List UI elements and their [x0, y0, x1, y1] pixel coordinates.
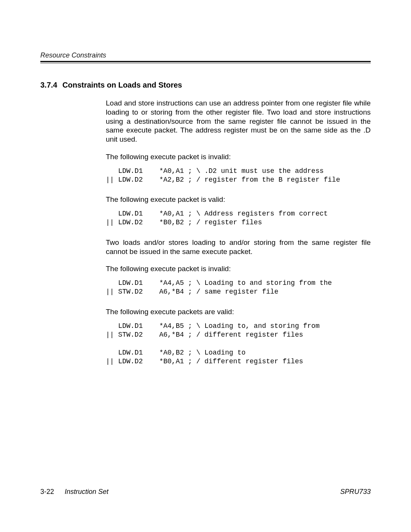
paragraph: Load and store instructions can use an a… — [106, 99, 371, 144]
code-block: LDW.D1 *A4,B5 ; \ Loading to, and storin… — [106, 322, 371, 366]
section-heading: 3.7.4Constraints on Loads and Stores — [40, 81, 371, 89]
code-block: LDW.D1 *A0,A1 ; \ .D2 unit must use the … — [106, 167, 371, 185]
paragraph: The following execute packets are valid: — [106, 307, 371, 316]
running-header: Resource Constraints — [40, 51, 371, 59]
section-number: 3.7.4 — [40, 81, 62, 89]
header-rule-thin — [40, 63, 371, 63]
page-number: 3-22 — [40, 488, 54, 496]
paragraph: The following execute packet is invalid: — [106, 264, 371, 273]
code-block: LDW.D1 *A0,A1 ; \ Address registers from… — [106, 209, 371, 227]
code-block: LDW.D1 *A4,A5 ; \ Loading to and storing… — [106, 279, 371, 297]
header-rule-thick — [40, 61, 371, 62]
footer-left: 3-22 Instruction Set — [40, 488, 108, 496]
section-title: Constraints on Loads and Stores — [62, 81, 182, 89]
body-block: Load and store instructions can use an a… — [106, 99, 371, 366]
page-footer: 3-22 Instruction Set SPRU733 — [40, 488, 371, 496]
chapter-title: Instruction Set — [65, 488, 108, 496]
paragraph: Two loads and/or stores loading to and/o… — [106, 238, 371, 256]
paragraph: The following execute packet is valid: — [106, 195, 371, 204]
document-id: SPRU733 — [340, 488, 371, 496]
paragraph: The following execute packet is invalid: — [106, 152, 371, 161]
page: Resource Constraints 3.7.4Constraints on… — [0, 0, 411, 532]
